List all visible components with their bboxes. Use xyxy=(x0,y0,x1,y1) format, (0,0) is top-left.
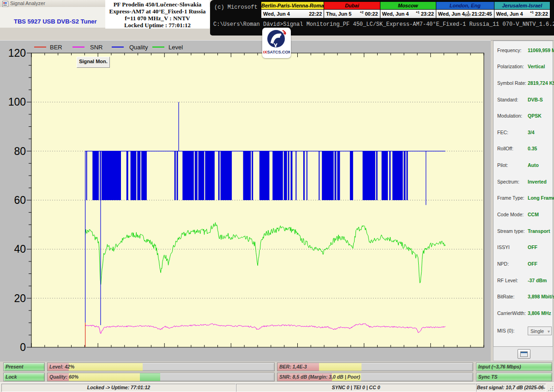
clock-london: London, Eng Wed, Jun 4-1DST21:22:45 xyxy=(436,1,494,18)
signal-chart-panel: BER SNR Quality Level 120100806040200 xyxy=(0,40,491,362)
param-row: BitRate:3,898 Mbit/s xyxy=(497,292,552,301)
terminal-line-1: (c) Microsoft Co xyxy=(214,4,267,11)
clock-city: London, Eng xyxy=(436,2,494,10)
legend-line-level xyxy=(152,47,164,48)
clock-time: 23:22 xyxy=(535,11,548,17)
clock-date: Wed, Jun 4 xyxy=(263,11,309,17)
clock-time: 22:22 xyxy=(309,11,322,17)
meter-label: Level: 42% xyxy=(49,363,74,371)
mis-select[interactable]: Single▾ xyxy=(528,327,552,335)
terminal-line-2: C:\Users\Roman Dávid>Signal Monitoring_P… xyxy=(213,21,554,28)
param-row: Pilot:Auto xyxy=(497,160,552,170)
clock-time: 21:22:45 xyxy=(472,11,492,17)
status-bar: Locked -> Uptime: 77:01:12 SYNC 0 | TEI … xyxy=(0,382,554,392)
legend-line-ber xyxy=(34,47,46,48)
quality-meter: Quality: 60% xyxy=(47,373,275,381)
param-row: RF Level:-37 dBm xyxy=(497,276,552,285)
satellite-dish-icon: DXSATCS.COM xyxy=(263,28,290,56)
clock-utc-offset: +2 xyxy=(360,10,363,14)
meter-label: Lock xyxy=(6,373,17,381)
legend-line-snr xyxy=(72,47,84,48)
param-row: Modulation:QPSK xyxy=(497,111,552,120)
param-row: Frequency:11069,959 MHz xyxy=(497,46,552,55)
screen: { "window": {"title": "Signal Analyzer"}… xyxy=(0,0,554,392)
clock-city: Berlin-Paris-Vienna-Roma xyxy=(261,2,324,10)
annotation-line-2: Express-AM7 at 40°E_Fixed-1 Russia xyxy=(105,8,210,15)
param-row: RollOff:0.35 xyxy=(497,144,552,153)
clock-date: Wed, Jun 4 xyxy=(438,11,465,17)
status-uptime: Locked -> Uptime: 77:01:12 xyxy=(1,384,236,392)
parameter-panel: Frequency:11069,959 MHz Polarization:Ver… xyxy=(493,41,553,347)
clock-jerusalem: Jerusalem-Israel Wed, Jun 4+123:22 xyxy=(494,1,550,18)
panel-footer xyxy=(493,347,553,361)
param-row-mis: MIS (0): Single▾ xyxy=(497,326,552,335)
param-row: NPD:OFF xyxy=(497,259,552,268)
sync-ts-indicator: Sync TS xyxy=(476,373,552,381)
param-row: Stream type:Transport xyxy=(497,226,552,236)
meter-label: SNR: 8,5 dB (Margin: 3,0 dB | Poor) xyxy=(279,373,360,381)
clock-time: 00:22 xyxy=(365,11,378,17)
clock-time: 23:22 xyxy=(421,11,434,17)
clock-berlin: Berlin-Paris-Vienna-Roma Wed, Jun 422:22 xyxy=(261,1,324,18)
param-row: Frame Type:Long Frame xyxy=(497,193,552,202)
snr-meter: SNR: 8,5 dB (Margin: 3,0 dB | Poor) xyxy=(277,373,473,381)
present-indicator: Present xyxy=(3,362,45,371)
stream-list-button[interactable] xyxy=(518,349,530,359)
world-clock-panel: Berlin-Paris-Vienna-Roma Wed, Jun 422:22… xyxy=(261,1,550,18)
tab-signal-mon[interactable]: Signal Mon. xyxy=(77,57,110,68)
meter-label: Present xyxy=(6,363,24,371)
list-icon xyxy=(520,351,528,357)
level-meter: Level: 42% xyxy=(47,362,275,371)
annotation-line-1: PF Prodelin 450/Lučenec-Slovakia xyxy=(105,1,210,8)
tuner-title: TBS 5927 USB DVB-S2 Tuner xyxy=(14,18,97,25)
meter-label: BER: 1,4E-3 xyxy=(279,363,307,371)
input-indicator: Input (~3,76 Mbps) xyxy=(476,362,552,371)
clock-moscow: Moscow Wed, Jun 4+123:22 xyxy=(380,1,436,18)
meter-label: Sync TS xyxy=(478,373,497,381)
clock-city: Jerusalem-Israel xyxy=(494,2,550,10)
window-title: Signal Analyzer xyxy=(10,0,45,6)
lock-indicator: Lock xyxy=(3,373,45,381)
meter-label: Input (~3,76 Mbps) xyxy=(478,363,521,371)
status-best-signal: Best signal: 10,7 dB (2025-06-02 13:17) xyxy=(476,384,546,392)
annotation-line-3: f=11 070 MHz_V : NNTV xyxy=(105,15,210,22)
signal-plot xyxy=(18,48,485,353)
clock-date: Thu, Jun 5 xyxy=(326,11,360,17)
resize-grip[interactable] xyxy=(548,386,553,391)
dxsatcs-logo: DXSATCS.COM xyxy=(262,28,291,58)
app-icon xyxy=(2,1,8,7)
clock-date: Wed, Jun 4 xyxy=(496,11,530,17)
chevron-down-icon: ▾ xyxy=(548,327,550,336)
legend-line-quality xyxy=(112,47,124,48)
param-row: CarrierWidth:3,806 MHz xyxy=(497,309,552,318)
svg-text:DXSATCS.COM: DXSATCS.COM xyxy=(263,50,290,54)
clock-city: Moscow xyxy=(380,2,436,10)
param-row: Standard:DVB-S xyxy=(497,95,552,104)
clock-date: Wed, Jun 4 xyxy=(382,11,416,17)
param-row: Symbol Rate:2819,724 KS/s xyxy=(497,78,552,88)
clock-utc-offset: +1 xyxy=(530,10,534,14)
clock-city: Dubai xyxy=(324,2,379,10)
ber-meter: BER: 1,4E-3 xyxy=(277,362,473,371)
param-row: Spectrum:Inverted xyxy=(497,177,552,186)
annotation-line-4: Locked Uptime : 77:01:12 xyxy=(105,22,210,29)
annotation-box: PF Prodelin 450/Lučenec-Slovakia Express… xyxy=(105,0,210,29)
clock-utc-offset: +1 xyxy=(416,10,420,14)
param-row: Code Mode:CCM xyxy=(497,210,552,219)
param-row: FEC:3/4 xyxy=(497,128,552,137)
clock-dubai: Dubai Thu, Jun 5+200:22 xyxy=(324,1,380,18)
status-sync-counts: SYNC 0 | TEI 0 | CC 0 xyxy=(236,384,476,392)
clock-dst-flag: -1DST xyxy=(465,11,471,17)
param-row: Polarization:Vertical xyxy=(497,62,552,71)
meter-label: Quality: 60% xyxy=(49,373,78,381)
param-row: ISSYIOFF xyxy=(497,243,552,252)
